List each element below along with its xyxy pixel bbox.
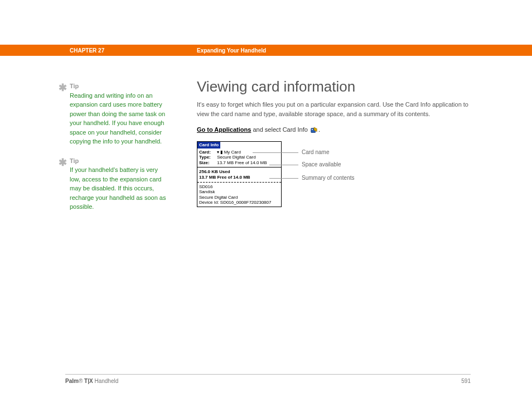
tip-block: ✱ Tip If your handheld's battery is very…: [70, 156, 170, 212]
sd-card-icon: ▮: [220, 150, 223, 155]
tip-label: Tip: [70, 157, 79, 164]
asterisk-icon: ✱: [59, 80, 67, 95]
action-line: Go to Applications and select Card Info …: [197, 126, 476, 133]
tip-body: Reading and writing info on an expansion…: [70, 92, 165, 145]
intro-paragraph: It's easy to forget which files you put …: [197, 100, 476, 118]
figure-area: Card Info Card: ▾ ▮ My Card Type: Secure…: [197, 141, 476, 225]
tip-block: ✱ Tip Reading and writing info on an exp…: [70, 82, 170, 146]
dropdown-icon: ▾: [217, 150, 219, 155]
section-title: Expanding Your Handheld: [197, 47, 266, 54]
free-line: 13.7 MB Free of 14.0 MB: [199, 175, 279, 180]
tip-body: If your handheld's battery is very low, …: [70, 166, 166, 210]
product-model: T|X: [83, 378, 93, 384]
size-field-label: Size:: [199, 160, 216, 166]
page-number: 591: [461, 378, 471, 384]
svg-rect-1: [312, 129, 313, 130]
product-type: Handheld: [93, 378, 119, 384]
page-footer: Palm® T|X Handheld 591: [65, 374, 471, 384]
go-to-applications-link[interactable]: Go to Applications: [197, 126, 251, 133]
card-info-screenshot: Card Info Card: ▾ ▮ My Card Type: Secure…: [197, 141, 282, 207]
used-line: 256.0 KB Used: [199, 169, 279, 175]
chapter-header: CHAPTER 27 Expanding Your Handheld: [0, 45, 532, 56]
callout-label: Card name: [302, 149, 329, 155]
callout-label: Summary of contents: [302, 175, 354, 181]
product-name: Palm® T|X Handheld: [65, 378, 118, 384]
type-field-label: Type:: [199, 155, 216, 160]
chapter-label: CHAPTER 27: [70, 47, 197, 54]
detail-line: Device Id: SD016_0008F720230807: [199, 200, 279, 205]
card-field-value: My Card: [224, 150, 241, 155]
size-field-value: 13.7 MB Free of 14.0 MB: [217, 160, 267, 165]
detail-line: Secure Digital Card: [199, 195, 279, 200]
screenshot-titlebar: Card Info: [197, 142, 220, 148]
detail-line: Sandisk: [199, 189, 279, 195]
detail-line: SD016: [199, 184, 279, 190]
sidebar-tips: ✱ Tip Reading and writing info on an exp…: [70, 82, 170, 222]
card-info-icon: [310, 127, 318, 133]
action-text: and select Card Info: [251, 126, 309, 133]
asterisk-icon: ✱: [59, 155, 67, 170]
page-title: Viewing card information: [197, 78, 476, 95]
main-content: Viewing card information It's easy to fo…: [197, 78, 476, 225]
callout-label: Space available: [302, 161, 341, 167]
tip-label: Tip: [70, 83, 79, 89]
product-brand: Palm: [65, 378, 79, 384]
card-field-label: Card:: [199, 150, 216, 155]
type-field-value: Secure Digital Card: [217, 155, 255, 160]
action-period: .: [318, 126, 320, 133]
